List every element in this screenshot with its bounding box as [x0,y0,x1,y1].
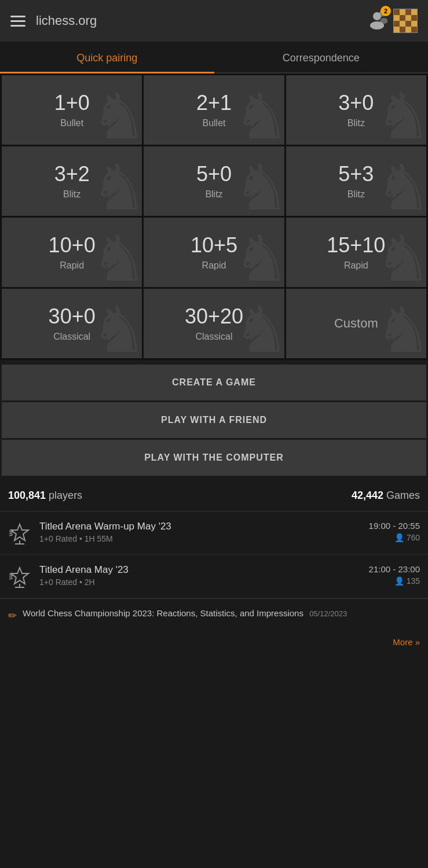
tournament-info-1: Titled Arena May '23 1+0 Rated • 2H [39,564,361,587]
pairing-3-2[interactable]: 3+2 Blitz [2,146,142,216]
chess-board-icon[interactable] [393,9,418,33]
more-link[interactable]: More » [0,632,428,656]
games-stat: 42,442 Games [352,490,420,502]
pairing-5-0[interactable]: 5+0 Blitz [144,146,284,216]
blog-section: ✏ World Chess Championship 2023: Reactio… [0,598,428,632]
create-game-button[interactable]: CREATE A GAME [2,365,426,400]
pairing-5-3[interactable]: 5+3 Blitz [286,146,426,216]
notification-badge: 2 [381,6,391,16]
action-buttons: CREATE A GAME PLAY WITH A FRIEND PLAY WI… [0,360,428,480]
blog-item-0[interactable]: ✏ World Chess Championship 2023: Reactio… [8,608,420,622]
tournament-item-1[interactable]: Titled Arena May '23 1+0 Rated • 2H 21:0… [0,555,428,598]
tab-bar: Quick pairing Correspondence [0,42,428,73]
header-right: 2 [367,9,418,33]
stats-row: 100,841 players 42,442 Games [0,480,428,511]
play-friend-button[interactable]: PLAY WITH A FRIEND [2,402,426,438]
pairing-2-1[interactable]: 2+1 Bullet [144,75,284,145]
pairing-30-20[interactable]: 30+20 Classical [144,289,284,358]
pairing-15-10[interactable]: 15+10 Rapid [286,218,426,287]
pairing-custom[interactable]: Custom [286,289,426,358]
blog-text-0: World Chess Championship 2023: Reactions… [23,608,347,618]
pairing-3-0[interactable]: 3+0 Blitz [286,75,426,145]
tournament-time-0: 19:00 - 20:55 👤 760 [369,521,420,542]
svg-line-9 [9,535,13,536]
pairing-10-5[interactable]: 10+5 Rapid [144,218,284,287]
app-header: lichess.org 2 [0,0,428,42]
svg-marker-4 [11,524,28,540]
play-computer-button[interactable]: PLAY WITH THE COMPUTER [2,440,426,476]
tournament-item-0[interactable]: Titled Arena Warm-up May '23 1+0 Rated •… [0,512,428,555]
menu-button[interactable] [10,16,25,27]
tournament-icon-0 [8,522,31,545]
tab-quick-pairing[interactable]: Quick pairing [0,42,214,72]
tournament-time-1: 21:00 - 23:00 👤 135 [369,564,420,586]
pairing-10-0[interactable]: 10+0 Rapid [2,218,142,287]
players-stat: 100,841 players [8,490,82,502]
svg-line-15 [9,578,13,579]
blog-icon: ✏ [8,609,17,622]
pairing-1-0[interactable]: 1+0 Bullet [2,75,142,145]
header-left: lichess.org [10,13,97,28]
notifications-button[interactable]: 2 [367,9,387,32]
tournament-icon-1 [8,565,31,589]
svg-marker-10 [11,568,28,584]
tournament-info-0: Titled Arena Warm-up May '23 1+0 Rated •… [39,521,361,543]
tournament-players-0: 👤 760 [369,533,420,542]
pairing-30-0[interactable]: 30+0 Classical [2,289,142,358]
tournament-players-1: 👤 135 [369,576,420,586]
site-title: lichess.org [36,13,97,28]
tournament-list: Titled Arena Warm-up May '23 1+0 Rated •… [0,511,428,598]
tab-correspondence[interactable]: Correspondence [214,42,429,72]
pairing-grid: 1+0 Bullet 2+1 Bullet 3+0 Blitz 3+2 Blit… [0,73,428,360]
